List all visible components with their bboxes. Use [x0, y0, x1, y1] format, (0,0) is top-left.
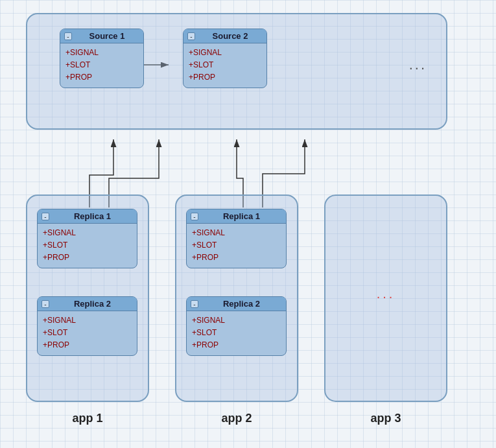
app2-replica1-body: +SIGNAL +SLOT +PROP [187, 224, 286, 268]
source2-class-box: - Source 2 +SIGNAL +SLOT +PROP [183, 29, 267, 88]
source1-collapse-icon[interactable]: - [64, 32, 72, 40]
app1-replica2-body: +SIGNAL +SLOT +PROP [38, 311, 137, 355]
app1-replica1-collapse-icon[interactable]: - [41, 213, 49, 220]
app2-label: app 2 [176, 412, 297, 425]
app1-group: - Replica 1 +SIGNAL +SLOT +PROP - Replic… [26, 195, 149, 402]
diagram-container: - Source 1 +SIGNAL +SLOT +PROP - Source … [6, 6, 490, 442]
source2-collapse-icon[interactable]: - [187, 32, 195, 40]
source2-body: +SIGNAL +SLOT +PROP [183, 43, 266, 88]
app1-replica1-body: +SIGNAL +SLOT +PROP [38, 224, 137, 268]
top-group: - Source 1 +SIGNAL +SLOT +PROP - Source … [26, 13, 447, 130]
source1-body: +SIGNAL +SLOT +PROP [60, 43, 143, 88]
app2-replica2-collapse-icon[interactable]: - [191, 300, 198, 308]
app1-replica1-class-box: - Replica 1 +SIGNAL +SLOT +PROP [37, 209, 137, 268]
app2-group: - Replica 1 +SIGNAL +SLOT +PROP - Replic… [175, 195, 298, 402]
app2-replica1-title: Replica 1 [201, 211, 282, 221]
app3-ellipsis: ... [325, 287, 446, 301]
app2-replica2-title: Replica 2 [201, 299, 282, 309]
app2-replica1-header: - Replica 1 [187, 209, 286, 224]
source1-slot: +SLOT [65, 59, 138, 71]
app1-replica2-header: - Replica 2 [38, 297, 137, 311]
app1-replica2-class-box: - Replica 2 +SIGNAL +SLOT +PROP [37, 296, 137, 356]
app2-replica1-class-box: - Replica 1 +SIGNAL +SLOT +PROP [186, 209, 287, 268]
source2-slot: +SLOT [189, 59, 261, 71]
source2-prop: +PROP [189, 71, 261, 84]
app1-replica1-title: Replica 1 [52, 211, 133, 221]
source1-header: - Source 1 [60, 29, 143, 43]
app2-replica2-body: +SIGNAL +SLOT +PROP [187, 311, 286, 355]
app3-group: ... app 3 [324, 195, 447, 402]
source1-title: Source 1 [75, 31, 139, 41]
app1-replica2-collapse-icon[interactable]: - [41, 300, 49, 308]
source1-prop: +PROP [65, 71, 138, 84]
source2-header: - Source 2 [183, 29, 266, 43]
app3-label: app 3 [325, 412, 446, 425]
top-ellipsis: ... [409, 56, 427, 73]
app2-replica2-class-box: - Replica 2 +SIGNAL +SLOT +PROP [186, 296, 287, 356]
app1-replica1-header: - Replica 1 [38, 209, 137, 224]
app1-replica2-title: Replica 2 [52, 299, 133, 309]
source2-signal: +SIGNAL [189, 47, 261, 59]
source1-class-box: - Source 1 +SIGNAL +SLOT +PROP [60, 29, 144, 88]
app1-label: app 1 [27, 412, 148, 425]
app2-replica2-header: - Replica 2 [187, 297, 286, 311]
source1-signal: +SIGNAL [65, 47, 138, 59]
source2-title: Source 2 [198, 31, 263, 41]
app2-replica1-collapse-icon[interactable]: - [191, 213, 198, 220]
